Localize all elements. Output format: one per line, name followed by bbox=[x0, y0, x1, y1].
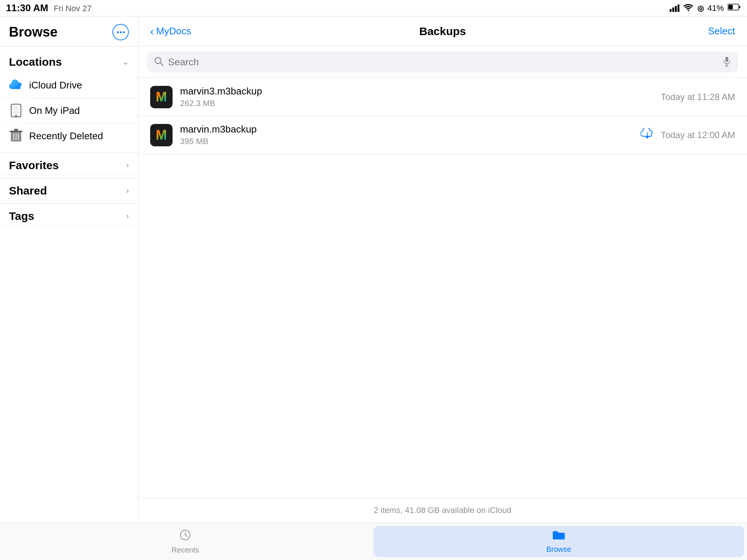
search-bar bbox=[138, 46, 747, 78]
tab-bar: Recents Browse bbox=[0, 523, 747, 560]
back-chevron-icon: ‹ bbox=[150, 25, 154, 38]
sidebar-menu-button[interactable] bbox=[112, 24, 129, 40]
select-button[interactable]: Select bbox=[708, 25, 735, 37]
clock-icon bbox=[179, 529, 191, 544]
shared-chevron-icon: › bbox=[126, 186, 129, 196]
status-right: ◎ 41% bbox=[670, 3, 741, 13]
svg-rect-14 bbox=[725, 57, 728, 62]
sidebar-item-icloud-drive[interactable]: iCloud Drive bbox=[0, 73, 138, 98]
trash-icon bbox=[9, 129, 23, 143]
icloud-drive-label: iCloud Drive bbox=[29, 80, 82, 91]
file-date-marvin: Today at 12:00 AM bbox=[661, 130, 735, 140]
locations-section-header[interactable]: Locations ⌄ bbox=[0, 53, 138, 71]
location-icon: ◎ bbox=[697, 4, 704, 13]
app-container: Browse Locations ⌄ bbox=[0, 16, 747, 560]
file-size-marvin3: 262.3 MB bbox=[180, 99, 653, 108]
file-name-marvin: marvin.m3backup bbox=[180, 124, 633, 135]
tab-browse[interactable]: Browse bbox=[374, 526, 744, 557]
svg-rect-2 bbox=[728, 5, 733, 9]
sidebar-header: Browse bbox=[0, 16, 138, 47]
svg-line-13 bbox=[160, 63, 163, 65]
sidebar: Browse Locations ⌄ bbox=[0, 16, 138, 523]
file-icon-marvin3: M bbox=[150, 86, 173, 108]
recently-deleted-label: Recently Deleted bbox=[29, 130, 103, 142]
favorites-section-title: Favorites bbox=[9, 159, 59, 172]
sidebar-body: Locations ⌄ bbox=[0, 47, 138, 523]
svg-rect-8 bbox=[14, 129, 18, 131]
status-bar: 11:30 AM Fri Nov 27 ◎ 41% bbox=[0, 0, 747, 16]
svg-line-20 bbox=[185, 535, 187, 536]
file-list: M marvin3.m3backup 262.3 MB Today at 11:… bbox=[138, 78, 747, 498]
back-label: MyDocs bbox=[156, 25, 191, 37]
shared-section-header[interactable]: Shared › bbox=[0, 181, 138, 200]
file-meta-marvin3: Today at 11:28 AM bbox=[661, 92, 735, 102]
ellipsis-icon bbox=[117, 31, 125, 33]
battery-icon bbox=[728, 3, 741, 13]
main-content: Browse Locations ⌄ bbox=[0, 16, 747, 523]
search-icon bbox=[154, 56, 164, 68]
section-divider-1 bbox=[0, 153, 138, 153]
favorites-section-header[interactable]: Favorites › bbox=[0, 156, 138, 175]
storage-status-footer: 2 items, 41.08 GB available on iCloud bbox=[138, 498, 747, 523]
signal-bars-icon bbox=[670, 4, 679, 12]
nav-container: ‹ MyDocs Backups Select bbox=[150, 25, 735, 38]
shared-section: Shared › bbox=[0, 181, 138, 200]
shared-section-title: Shared bbox=[9, 184, 47, 197]
section-divider-3 bbox=[0, 203, 138, 204]
locations-items: iCloud Drive On My iPad bbox=[0, 71, 138, 150]
locations-section-title: Locations bbox=[9, 56, 62, 68]
cloud-download-icon[interactable] bbox=[641, 128, 654, 142]
folder-icon bbox=[552, 530, 565, 543]
sidebar-title: Browse bbox=[9, 24, 58, 40]
marvin-logo-2: M bbox=[156, 128, 167, 142]
sidebar-item-on-my-ipad[interactable]: On My iPad bbox=[0, 98, 138, 123]
storage-status-text: 2 items, 41.08 GB available on iCloud bbox=[374, 505, 511, 515]
ipad-device-icon bbox=[9, 103, 23, 118]
on-my-ipad-label: On My iPad bbox=[29, 105, 80, 116]
status-time: 11:30 AM Fri Nov 27 bbox=[6, 2, 92, 14]
file-info-marvin3: marvin3.m3backup 262.3 MB bbox=[180, 85, 653, 108]
file-info-marvin: marvin.m3backup 395 MB bbox=[180, 124, 633, 146]
section-divider-2 bbox=[0, 178, 138, 178]
file-item-marvin[interactable]: M marvin.m3backup 395 MB bbox=[138, 116, 747, 154]
file-size-marvin: 395 MB bbox=[180, 137, 633, 146]
tags-section: Tags › bbox=[0, 207, 138, 226]
page-title: Backups bbox=[419, 25, 466, 38]
main-panel: ‹ MyDocs Backups Select bbox=[138, 16, 747, 523]
tags-chevron-icon: › bbox=[126, 211, 129, 221]
file-meta-marvin: Today at 12:00 AM bbox=[641, 128, 735, 142]
svg-rect-1 bbox=[739, 6, 740, 8]
tab-recents-label: Recents bbox=[171, 546, 199, 554]
favorites-section: Favorites › bbox=[0, 156, 138, 175]
sidebar-item-recently-deleted[interactable]: Recently Deleted bbox=[0, 124, 138, 148]
favorites-chevron-icon: › bbox=[126, 161, 129, 170]
file-icon-marvin: M bbox=[150, 124, 173, 146]
file-date-marvin3: Today at 11:28 AM bbox=[661, 92, 735, 102]
microphone-icon bbox=[722, 56, 731, 68]
search-input[interactable] bbox=[168, 56, 718, 68]
svg-rect-5 bbox=[12, 105, 20, 114]
file-name-marvin3: marvin3.m3backup bbox=[180, 85, 653, 97]
search-input-wrap bbox=[147, 52, 738, 72]
icloud-icon bbox=[9, 78, 23, 92]
back-button[interactable]: ‹ MyDocs bbox=[150, 25, 191, 38]
battery-level: 41% bbox=[707, 3, 724, 13]
locations-chevron-icon: ⌄ bbox=[122, 57, 129, 67]
tab-browse-label: Browse bbox=[546, 545, 571, 554]
main-nav: ‹ MyDocs Backups Select bbox=[138, 16, 747, 46]
file-item-marvin3[interactable]: M marvin3.m3backup 262.3 MB Today at 11:… bbox=[138, 78, 747, 116]
wifi-icon bbox=[683, 3, 694, 13]
tab-recents[interactable]: Recents bbox=[0, 523, 371, 560]
tags-section-header[interactable]: Tags › bbox=[0, 207, 138, 225]
tags-section-title: Tags bbox=[9, 210, 34, 223]
marvin-logo: M bbox=[156, 90, 167, 104]
svg-point-4 bbox=[15, 115, 17, 116]
